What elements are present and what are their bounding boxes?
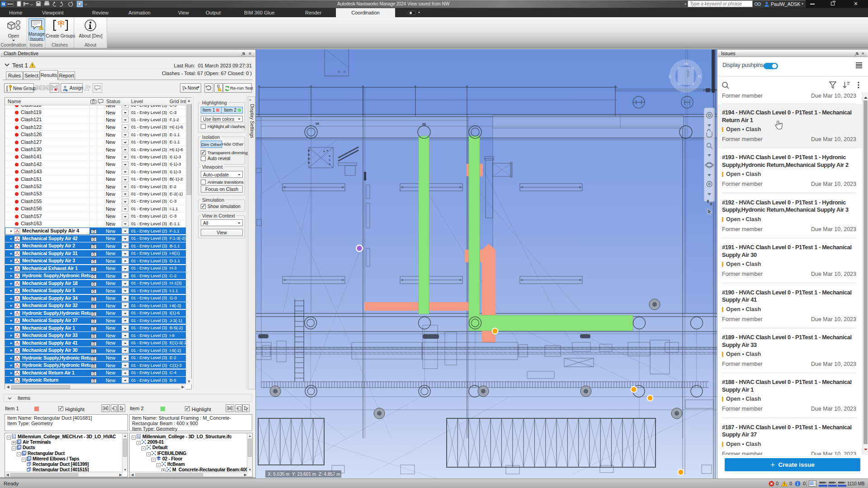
svg-text:N: N bbox=[698, 74, 701, 79]
svg-text:TOP: TOP bbox=[686, 70, 690, 77]
svg-text:W: W bbox=[684, 62, 689, 66]
svg-text:X: 5.035 m Y: 23.601 m Z: 4.: X: 5.035 m Y: 23.601 m Z: 4.857 m bbox=[268, 472, 340, 477]
svg-text:S: S bbox=[669, 74, 671, 79]
